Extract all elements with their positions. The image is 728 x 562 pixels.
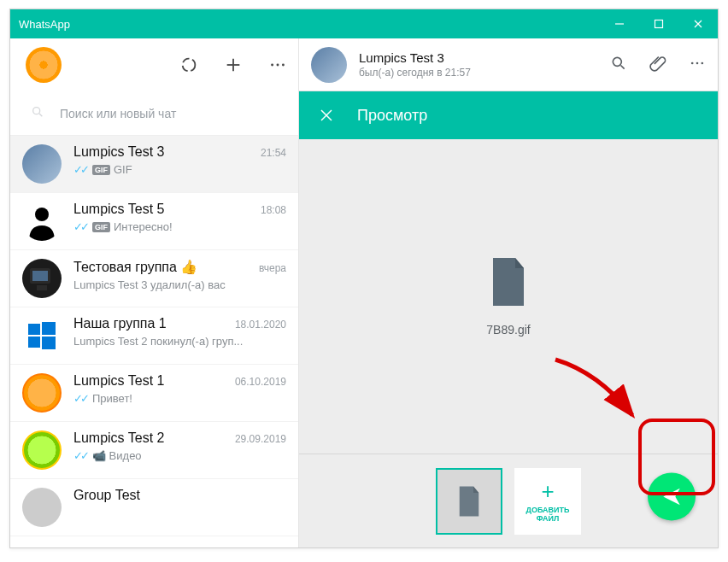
close-button[interactable] <box>678 9 718 38</box>
svg-rect-19 <box>42 337 56 349</box>
contact-name: Lumpics Test 3 <box>359 50 610 65</box>
chat-avatar <box>22 373 62 413</box>
send-button-wrap <box>648 472 696 520</box>
chat-avatar <box>22 144 62 184</box>
plus-icon: + <box>541 480 554 502</box>
file-name: 7B89.gif <box>486 323 530 337</box>
svg-rect-1 <box>655 20 663 28</box>
svg-point-7 <box>271 64 273 67</box>
svg-rect-17 <box>42 322 56 335</box>
svg-rect-15 <box>37 285 47 290</box>
add-file-label: ДОБАВИТЬ ФАЙЛ <box>514 506 581 523</box>
chat-last-message: ✓✓GIF Интересно! <box>73 220 286 233</box>
chat-item[interactable]: Lumpics Test 321:54✓✓GIF GIF <box>10 136 298 193</box>
attach-icon[interactable] <box>649 55 666 75</box>
chat-name: Тестовая группа 👍 <box>73 259 252 275</box>
chat-item[interactable]: Lumpics Test 229.09.2019✓✓ 📹 Видео <box>10 422 298 479</box>
read-ticks-icon: ✓✓ <box>73 449 87 462</box>
chat-avatar <box>22 488 62 527</box>
chat-time: 21:54 <box>261 147 286 159</box>
preview-bar: Просмотр <box>299 91 718 139</box>
svg-rect-14 <box>32 271 48 281</box>
gif-badge: GIF <box>92 222 110 232</box>
chat-last-message: ✓✓ Привет! <box>73 392 286 405</box>
status-icon[interactable] <box>177 53 201 77</box>
chat-time: 06.10.2019 <box>235 376 286 388</box>
chat-name: Lumpics Test 2 <box>73 430 228 446</box>
search-placeholder: Поиск или новый чат <box>60 107 176 120</box>
chat-last-message: Lumpics Test 2 покинул(-а) груп... <box>73 335 286 348</box>
chat-name: Наша группа 1 <box>73 316 228 331</box>
chat-name: Lumpics Test 3 <box>73 144 254 160</box>
chat-time: 18.01.2020 <box>235 319 286 331</box>
read-ticks-icon: ✓✓ <box>73 163 87 176</box>
titlebar: WhatsApp <box>10 9 718 38</box>
svg-point-9 <box>282 64 285 67</box>
contact-status: был(-а) сегодня в 21:57 <box>359 67 610 79</box>
new-chat-icon[interactable] <box>221 53 245 77</box>
chat-avatar <box>22 430 62 470</box>
contact-avatar[interactable] <box>311 47 347 83</box>
svg-point-8 <box>277 64 279 67</box>
chat-item[interactable]: Тестовая группа 👍вчера Lumpics Test 3 уд… <box>10 250 298 307</box>
svg-point-23 <box>696 61 699 64</box>
svg-line-11 <box>39 114 42 116</box>
read-ticks-icon: ✓✓ <box>73 220 87 233</box>
add-file-button[interactable]: + ДОБАВИТЬ ФАЙЛ <box>514 468 581 535</box>
search-input[interactable]: Поиск или новый чат <box>22 98 286 129</box>
svg-point-20 <box>613 57 621 66</box>
file-thumbnail[interactable] <box>436 468 502 535</box>
chat-header: Lumpics Test 3 был(-а) сегодня в 21:57 <box>299 38 718 91</box>
chat-last-message: ✓✓ 📹 Видео <box>73 449 286 462</box>
svg-point-10 <box>33 108 40 114</box>
svg-rect-16 <box>28 324 40 335</box>
search-icon <box>31 105 44 121</box>
sidebar-tools <box>177 53 290 77</box>
preview-close-button[interactable] <box>314 103 338 127</box>
chat-name: Group Test <box>73 488 279 503</box>
chat-item[interactable]: Group Test <box>10 479 298 536</box>
chat-menu-icon[interactable] <box>689 55 706 75</box>
chat-last-message: ✓✓GIF GIF <box>73 163 286 176</box>
chat-avatar <box>22 202 62 241</box>
chat-name: Lumpics Test 5 <box>73 202 254 217</box>
main-panel: Lumpics Test 3 был(-а) сегодня в 21:57 <box>299 38 718 547</box>
search-bar: Поиск или новый чат <box>10 91 298 136</box>
file-icon <box>488 256 529 307</box>
read-ticks-icon: ✓✓ <box>73 392 87 405</box>
chat-time: 29.09.2019 <box>235 433 286 445</box>
menu-icon[interactable] <box>266 53 290 77</box>
svg-rect-18 <box>28 337 40 348</box>
chat-item[interactable]: Lumpics Test 518:08✓✓GIF Интересно! <box>10 193 298 250</box>
preview-footer: + ДОБАВИТЬ ФАЙЛ <box>299 454 718 547</box>
chat-avatar <box>22 259 62 298</box>
svg-point-22 <box>691 61 694 64</box>
chat-item[interactable]: Наша группа 118.01.2020 Lumpics Test 2 п… <box>10 307 298 365</box>
svg-point-4 <box>183 59 196 72</box>
send-button[interactable] <box>648 472 696 520</box>
sidebar-header <box>10 38 298 91</box>
chat-time: 18:08 <box>261 204 286 216</box>
chat-last-message: Lumpics Test 3 удалил(-а) вас <box>73 278 286 291</box>
app-title: WhatsApp <box>19 18 600 31</box>
chat-header-tools <box>610 55 706 75</box>
chat-list[interactable]: Lumpics Test 321:54✓✓GIF GIFLumpics Test… <box>10 136 298 547</box>
sidebar: Поиск или новый чат Lumpics Test 321:54✓… <box>10 38 299 547</box>
chat-item[interactable]: Lumpics Test 106.10.2019✓✓ Привет! <box>10 365 298 422</box>
contact-info[interactable]: Lumpics Test 3 был(-а) сегодня в 21:57 <box>359 50 610 79</box>
preview-title: Просмотр <box>357 107 427 125</box>
preview-body: 7B89.gif <box>299 139 718 454</box>
svg-line-21 <box>621 65 625 68</box>
svg-point-24 <box>702 61 704 64</box>
gif-badge: GIF <box>92 165 110 175</box>
search-in-chat-icon[interactable] <box>610 55 627 75</box>
my-avatar[interactable] <box>26 47 62 83</box>
chat-time: вчера <box>259 262 286 274</box>
chat-name: Lumpics Test 1 <box>73 373 228 389</box>
content: Поиск или новый чат Lumpics Test 321:54✓… <box>10 38 718 547</box>
svg-point-12 <box>35 208 49 221</box>
app-window: WhatsApp <box>9 9 719 548</box>
maximize-button[interactable] <box>639 9 678 38</box>
chat-avatar <box>22 316 62 355</box>
minimize-button[interactable] <box>600 9 639 38</box>
